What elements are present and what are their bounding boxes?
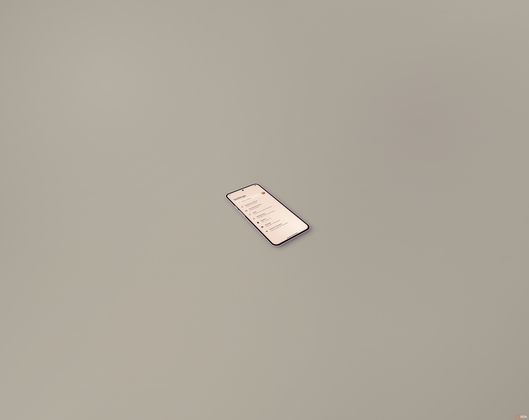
bell-icon — [252, 217, 256, 220]
search-icon — [238, 202, 241, 203]
item-title: Storage — [264, 213, 290, 226]
item-title: Battery — [260, 209, 286, 222]
gesture-nav-bar[interactable] — [287, 232, 298, 239]
item-subtitle: Volume, haptics, Do Not Disturb — [270, 218, 296, 231]
wifi-icon — [241, 206, 244, 208]
screen: 2:41 Settings — [226, 184, 310, 246]
svg-point-11 — [250, 214, 251, 214]
svg-rect-17 — [262, 227, 264, 228]
svg-rect-3 — [245, 210, 247, 211]
svg-point-19 — [262, 227, 262, 227]
profile-avatar[interactable] — [261, 191, 266, 194]
storage-icon — [260, 226, 264, 228]
scene: 2:41 Settings — [243, 163, 286, 257]
svg-line-1 — [240, 203, 240, 203]
svg-point-8 — [250, 214, 250, 214]
svg-point-7 — [249, 214, 250, 214]
volume-icon — [265, 230, 269, 233]
svg-rect-4 — [246, 210, 247, 211]
watermark-text: XDA — [520, 415, 527, 419]
settings-content: Settings Search settings — [227, 185, 310, 246]
item-subtitle: 76% - 1 day, 3 hr — [262, 210, 287, 223]
settings-item-sound[interactable]: Sound & vibration Volume, haptics, Do No… — [263, 216, 298, 235]
settings-item-battery[interactable]: Battery 76% - 1 day, 3 hr — [255, 208, 288, 226]
phone-frame: 2:41 Settings — [223, 182, 313, 248]
battery-icon — [256, 221, 260, 224]
svg-point-12 — [250, 215, 250, 215]
svg-point-2 — [243, 207, 243, 207]
bezel: 2:41 Settings — [224, 183, 312, 248]
svg-point-18 — [261, 227, 262, 227]
svg-rect-16 — [261, 226, 263, 227]
item-subtitle: 30% used - 90.05 GB free — [266, 214, 291, 227]
item-title: Sound & vibration — [269, 217, 295, 230]
apps-icon — [248, 213, 252, 216]
battery-icon — [254, 185, 256, 186]
svg-point-10 — [250, 214, 250, 215]
svg-rect-15 — [261, 226, 263, 227]
search-placeholder: Search settings — [241, 198, 251, 202]
svg-point-0 — [238, 202, 240, 203]
status-time: 2:41 — [228, 194, 231, 196]
svg-point-14 — [251, 214, 251, 215]
svg-point-13 — [250, 215, 251, 215]
svg-point-9 — [249, 215, 250, 215]
xda-watermark: XDA — [516, 415, 527, 419]
svg-rect-5 — [246, 210, 247, 211]
xda-bracket-icon — [516, 415, 519, 419]
svg-point-20 — [262, 227, 262, 228]
settings-item-storage[interactable]: Storage 30% used - 90.05 GB free — [259, 212, 293, 230]
devices-icon — [244, 210, 248, 212]
svg-point-6 — [249, 214, 249, 215]
signal-icon — [253, 185, 255, 186]
